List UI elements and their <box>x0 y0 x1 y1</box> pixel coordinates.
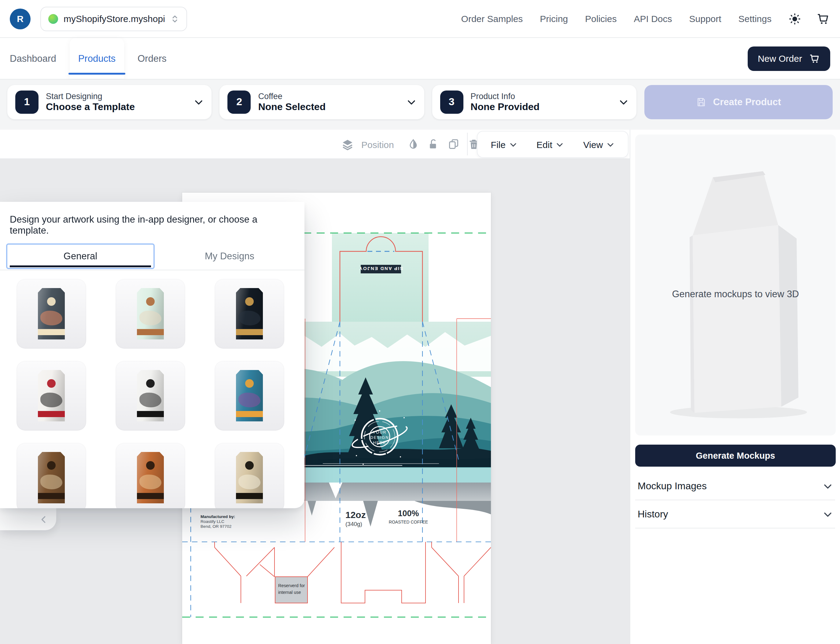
top-icons <box>788 12 830 26</box>
top-nav: Order SamplesPricingPoliciesAPI DocsSupp… <box>461 13 771 24</box>
step-number: 1 <box>15 90 39 114</box>
step-card-product-info[interactable]: 3Product InfoNone Provided <box>432 85 637 119</box>
panel-sections: Mockup ImagesHistory <box>635 472 835 528</box>
bag-artwork <box>139 310 161 325</box>
percent-text: 100% <box>398 509 419 518</box>
step-texts: Product InfoNone Provided <box>471 92 540 113</box>
chevron-down-icon <box>823 481 833 491</box>
bag-label-band <box>236 493 263 499</box>
app-root: R myShopifyStore.myshopi Order SamplesPr… <box>0 0 840 644</box>
mfg-city-text: Bend, OR 97702 <box>200 524 231 529</box>
tab-products[interactable]: Products <box>70 38 124 79</box>
main-area: 1Start DesigningChoose a Template2Coffee… <box>0 79 840 644</box>
template-color-swirl[interactable] <box>215 361 284 430</box>
tab-general[interactable]: General <box>6 243 155 269</box>
mockup-images-row[interactable]: Mockup Images <box>635 472 835 500</box>
menu-view[interactable]: View <box>583 139 615 150</box>
new-order-label: New Order <box>758 53 802 64</box>
create-product-button[interactable]: Create Product <box>644 85 833 119</box>
page-tabs: DashboardProductsOrders <box>10 38 167 79</box>
menu-edit[interactable]: Edit <box>536 139 564 150</box>
section-label: History <box>638 509 668 519</box>
bag-logo <box>245 379 254 388</box>
badge-line-1: YOUR <box>373 430 387 435</box>
nav-item-order-samples[interactable]: Order Samples <box>461 13 523 24</box>
step-label: Coffee <box>258 92 326 101</box>
theme-toggle-sun-icon[interactable] <box>788 12 802 26</box>
nav-item-settings[interactable]: Settings <box>738 13 771 24</box>
template-cocoa-marble[interactable] <box>16 443 86 508</box>
bag-label-band <box>38 411 65 417</box>
bag-artwork <box>238 475 261 489</box>
reserved-line-1: Reserverd for <box>278 583 305 588</box>
template-grid <box>0 270 304 508</box>
droplet-icon[interactable] <box>407 138 420 151</box>
template-amber-tribal[interactable] <box>116 443 185 508</box>
store-name: myShopifyStore.myshopi <box>64 13 165 24</box>
nav-item-policies[interactable]: Policies <box>585 13 617 24</box>
template-bag-preview <box>137 288 164 339</box>
avatar[interactable]: R <box>10 8 31 29</box>
designer-toolbar: Position FileEditView <box>0 130 630 159</box>
chevron-down-icon <box>619 97 628 107</box>
mockup-panel: Generate mockups to view 3D Generate Moc… <box>630 130 840 644</box>
page-tab-bar: DashboardProductsOrders New Order <box>0 38 840 79</box>
store-status-dot <box>48 14 58 23</box>
chevron-down-icon <box>556 140 564 148</box>
template-red-splash[interactable] <box>16 361 86 430</box>
step-card-coffee[interactable]: 2CoffeeNone Selected <box>220 85 424 119</box>
bag-label-band <box>38 329 65 335</box>
tab-my-designs[interactable]: My Designs <box>155 243 304 269</box>
template-bag-preview <box>38 370 65 421</box>
bag-label-band <box>137 329 164 335</box>
position-tools: Position <box>341 130 481 159</box>
history-row[interactable]: History <box>635 500 835 528</box>
template-bag-preview <box>236 288 263 339</box>
template-slate-outdoor[interactable] <box>16 279 86 348</box>
unlock-icon[interactable] <box>428 138 440 151</box>
template-black-gold-deer[interactable] <box>215 279 284 348</box>
layers-icon[interactable] <box>341 138 354 151</box>
bag-logo <box>245 461 254 470</box>
step-value: None Provided <box>471 102 540 113</box>
step-value: None Selected <box>258 102 326 113</box>
template-sand-waves[interactable] <box>215 443 284 508</box>
template-bw-doodle[interactable] <box>116 361 185 430</box>
duplicate-icon[interactable] <box>448 138 461 151</box>
cart-icon[interactable] <box>815 12 830 26</box>
cart-icon <box>808 52 820 64</box>
top-bar: R myShopifyStore.myshopi Order SamplesPr… <box>0 0 840 38</box>
save-icon <box>696 97 707 108</box>
generate-mockups-button[interactable]: Generate Mockups <box>635 445 836 467</box>
chevron-down-icon <box>509 140 517 148</box>
step-texts: Start DesigningChoose a Template <box>46 92 135 113</box>
nav-item-support[interactable]: Support <box>689 13 722 24</box>
panel-collapse-handle[interactable] <box>0 508 56 530</box>
chevron-down-icon <box>823 509 833 519</box>
mockup-3d-stage[interactable]: Generate mockups to view 3D <box>635 135 836 435</box>
step-card-start-designing[interactable]: 1Start DesigningChoose a Template <box>7 85 212 119</box>
weight-sub-text: (340g) <box>345 521 362 527</box>
bag-artwork <box>139 393 161 407</box>
new-order-button[interactable]: New Order <box>748 46 830 71</box>
chevron-updown-icon <box>171 14 179 23</box>
reserved-line-2: internal use <box>278 590 301 595</box>
step-number: 2 <box>228 90 251 114</box>
template-mint-floral[interactable] <box>116 279 185 348</box>
chevron-down-icon <box>406 97 416 107</box>
step-label: Start Designing <box>46 92 135 101</box>
store-selector[interactable]: myShopifyStore.myshopi <box>40 7 187 31</box>
menu-file[interactable]: File <box>491 139 517 150</box>
tab-orders[interactable]: Orders <box>138 38 167 79</box>
tab-dashboard[interactable]: Dashboard <box>10 38 56 79</box>
nav-item-pricing[interactable]: Pricing <box>540 13 568 24</box>
template-panel-tabs: General My Designs <box>0 243 304 270</box>
template-bag-preview <box>236 452 263 503</box>
nav-item-api-docs[interactable]: API Docs <box>634 13 672 24</box>
menu-label: View <box>583 139 603 150</box>
bag-artwork <box>40 310 62 325</box>
section-label: Mockup Images <box>638 480 707 491</box>
badge-line-3: HERE <box>373 440 386 445</box>
template-dropdown-panel: Design your artwork using the in-app des… <box>0 202 304 508</box>
bag-artwork <box>40 475 62 489</box>
